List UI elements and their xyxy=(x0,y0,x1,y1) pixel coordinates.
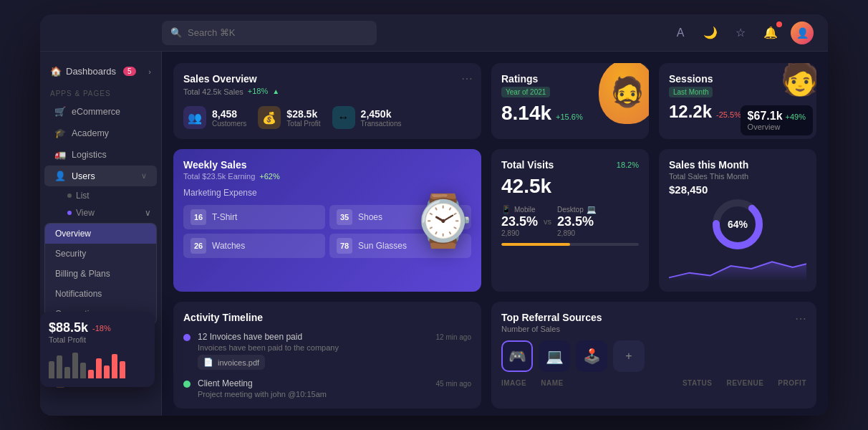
transactions-icon: ↔ xyxy=(332,106,355,129)
referral-icons-row: 🎮 💻 🕹️ + xyxy=(501,340,806,372)
sidebar-item-dashboards[interactable]: 🏠 Dashboards 5 › xyxy=(40,60,161,82)
referral-icon-app2[interactable]: 💻 xyxy=(539,340,570,372)
vs-text: vs xyxy=(544,217,551,226)
bar-8 xyxy=(104,366,110,378)
bar-9 xyxy=(112,354,117,378)
activity-timeline-card: Activity Timeline 12 Invoices have been … xyxy=(173,302,481,408)
sales-overview-title: Sales Overview xyxy=(183,73,471,85)
view-dot xyxy=(67,211,72,215)
search-input[interactable] xyxy=(188,27,368,38)
search-bar[interactable]: 🔍 xyxy=(162,21,377,45)
sidebar-item-label: eCommerce xyxy=(72,107,120,117)
sidebar-item-users[interactable]: 👤 Users ∨ xyxy=(44,166,157,186)
sales-line-chart xyxy=(669,253,806,282)
device-row: 📱 Mobile 23.5% 2,890 vs Desktop 💻 23.5% xyxy=(501,205,639,237)
chevron-down-icon: ∨ xyxy=(141,171,147,181)
tshirt-label: T-Shirt xyxy=(212,212,237,222)
chevron-right-icon: › xyxy=(148,67,151,76)
customers-label: Customers xyxy=(212,120,246,128)
sidebar-sub-item-view[interactable]: View ∨ xyxy=(40,204,161,221)
sidebar-sub-label: List xyxy=(76,191,90,201)
referral-table-header: IMAGE NAME STATUS REVENUE PROFIT xyxy=(501,379,806,387)
floating-profit-trend: -18% xyxy=(92,324,111,333)
dropdown-item-notifications[interactable]: Notifications xyxy=(45,284,156,304)
card-menu-dots[interactable]: ⋯ xyxy=(461,72,473,85)
visits-trend: 18.2% xyxy=(617,161,639,169)
timeline-time-invoices: 12 min ago xyxy=(436,333,471,341)
referral-icon-app1[interactable]: 🎮 xyxy=(501,340,533,372)
col-profit: PROFIT xyxy=(778,379,806,387)
weekly-sales-card: Weekly Sales Total $23.5k Earning +62% M… xyxy=(173,149,481,292)
timeline-item-meeting: Client Meeting 45 min ago Project meetin… xyxy=(183,378,471,398)
users-icon: 👤 xyxy=(54,171,66,181)
floating-profit-value: $88.5k xyxy=(49,320,88,335)
product-watches: 26 Watches xyxy=(183,234,325,258)
avatar[interactable]: 👤 xyxy=(791,22,814,44)
sidebar-item-ecommerce[interactable]: 🛒 eCommerce xyxy=(44,101,157,122)
top-referral-card: Top Referral Sources Number of Sales ⋯ 🎮… xyxy=(491,302,816,408)
desktop-icon: 💻 xyxy=(587,205,597,214)
referral-menu[interactable]: ⋯ xyxy=(795,312,806,325)
sidebar-item-academy[interactable]: 🎓 Academy xyxy=(44,123,157,143)
content-area: ⋯ Sales Overview Total 42.5k Sales +18% … xyxy=(162,52,828,416)
trend-arrow-up: ▲ xyxy=(272,87,279,95)
sales-month-title: Sales this Month xyxy=(669,159,806,171)
sidebar-sub-item-list[interactable]: List xyxy=(40,187,161,204)
sidebar-sub-label: View xyxy=(76,208,95,218)
topbar: 🔍 A 🌙 ☆ 🔔 👤 xyxy=(40,14,828,52)
bar-4 xyxy=(72,353,78,378)
mobile-progress xyxy=(501,243,570,246)
sales-month-card: Sales this Month Total Sales This Month … xyxy=(659,149,816,292)
pdf-icon: 📄 xyxy=(203,358,213,367)
sidebar-section-label: APPS & PAGES xyxy=(40,82,161,100)
users-dropdown: Overview Security Billing & Plans Notifi… xyxy=(44,223,157,325)
timeline-desc-meeting: Project meeting with john @10:15am xyxy=(198,390,471,398)
dashboards-badge: 5 xyxy=(123,67,136,76)
weekly-sales-subtitle: Total $23.5k Earning xyxy=(183,172,255,181)
character-3d-sessions: 🧑 xyxy=(780,63,816,97)
timeline-item-invoices: 12 Invoices have been paid 12 min ago In… xyxy=(183,332,471,370)
add-referral-button[interactable]: + xyxy=(613,340,645,372)
bar-5 xyxy=(80,363,86,378)
stat-transactions: ↔ 2,450k Transactions xyxy=(332,106,402,129)
attachment-invoices[interactable]: 📄 invoices.pdf xyxy=(198,355,265,370)
donut-percentage: 64% xyxy=(728,219,748,230)
list-dot xyxy=(67,194,72,198)
search-icon: 🔍 xyxy=(170,27,182,38)
sales-month-subtitle: Total Sales This Month xyxy=(669,172,806,181)
character-3d-avatar: 🧔 xyxy=(599,63,649,124)
total-visits-title: Total Visits xyxy=(501,159,554,171)
referral-icon-app3[interactable]: 🕹️ xyxy=(576,340,607,372)
sales-overview-subtitle: Total 42.5k Sales xyxy=(183,87,243,96)
overview-label: Overview xyxy=(748,123,806,131)
sidebar-item-label: Academy xyxy=(72,128,109,138)
mini-bar-chart xyxy=(49,350,146,378)
ratings-period-badge: Year of 2021 xyxy=(501,87,550,97)
overview-trend: +49% xyxy=(786,113,806,121)
watches-label: Watches xyxy=(212,241,245,251)
timeline-desc-invoices: Invoices have been paid to the company xyxy=(198,343,471,352)
translate-icon[interactable]: A xyxy=(670,23,690,43)
dropdown-item-security[interactable]: Security xyxy=(45,244,156,264)
timeline-time-meeting: 45 min ago xyxy=(436,380,471,388)
profit-icon: 💰 xyxy=(258,106,281,129)
timeline-title-invoices: 12 Invoices have been paid xyxy=(198,332,302,342)
sunglasses-label: Sun Glasses xyxy=(358,241,407,251)
sales-overview-card: ⋯ Sales Overview Total 42.5k Sales +18% … xyxy=(173,63,481,139)
bar-6 xyxy=(88,370,94,378)
sessions-period-badge: Last Month xyxy=(669,87,713,97)
profit-label: Total Profit xyxy=(286,120,320,128)
watch-product-image: ⌚ xyxy=(412,191,474,250)
dashboards-label: Dashboards xyxy=(66,66,116,77)
sidebar-item-logistics[interactable]: 🚛 Logistics xyxy=(44,144,157,165)
bell-icon[interactable]: 🔔 xyxy=(761,23,781,43)
floating-profit-label: Total Profit xyxy=(49,335,146,344)
stat-profit: 💰 $28.5k Total Profit xyxy=(258,106,320,129)
visits-value: 42.5k xyxy=(501,175,639,198)
main-layout: 🏠 Dashboards 5 › APPS & PAGES 🛒 eCommerc… xyxy=(40,52,828,416)
ratings-value: 8.14k xyxy=(501,102,551,125)
star-icon[interactable]: ☆ xyxy=(730,23,751,43)
moon-icon[interactable]: 🌙 xyxy=(700,23,720,43)
dropdown-item-billing[interactable]: Billing & Plans xyxy=(45,264,156,284)
dropdown-item-overview[interactable]: Overview xyxy=(45,224,156,244)
